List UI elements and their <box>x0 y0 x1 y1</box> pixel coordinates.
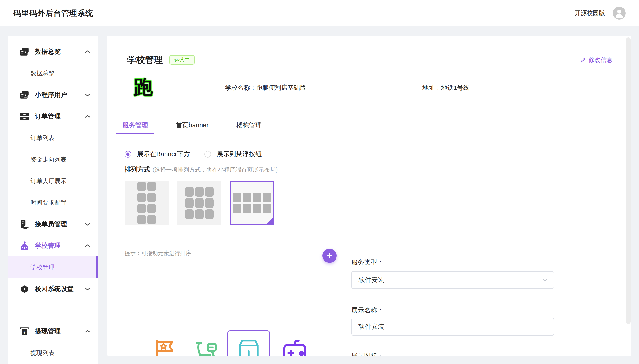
main-card-scrollbar[interactable] <box>626 37 630 324</box>
chevron-up-icon <box>85 330 91 333</box>
sidebar-item-label: 小程序用户 <box>35 90 67 99</box>
chevron-down-icon <box>85 287 91 291</box>
top-bar: 码里码外后台管理系统 开源校园版 <box>0 0 639 26</box>
pencil-icon <box>580 57 586 63</box>
tab-bar: 服务管理 首页banner 楼栋管理 <box>116 117 627 134</box>
atm-icon: ¥ <box>19 326 30 336</box>
user-avatar-icon <box>613 7 626 20</box>
chevron-up-icon <box>85 244 91 248</box>
gear-icon <box>19 284 30 294</box>
chevron-down-icon <box>85 93 91 97</box>
sidebar-item-label: 提现列表 <box>31 349 55 357</box>
school-address-field: 地址：地铁1号线 <box>422 84 470 92</box>
add-service-button[interactable]: + <box>322 249 337 263</box>
sidebar-item-label: 校园系统设置 <box>35 284 74 293</box>
sidebar-item-label: 订单管理 <box>35 112 61 121</box>
sidebar-item-funds-flow-list[interactable]: 资金走向列表 <box>8 149 98 170</box>
service-editor-section: 提示：可拖动元素进行排序 + <box>116 243 630 356</box>
layout-options <box>125 181 274 225</box>
radio-unselected-icon <box>204 151 211 158</box>
sidebar-item-label: 订单列表 <box>31 134 55 142</box>
sidebar-item-label: 数据总览 <box>31 69 55 77</box>
drag-sort-hint: 提示：可拖动元素进行排序 <box>125 250 191 257</box>
svg-text:¥: ¥ <box>23 330 26 334</box>
sidebar-item-data-overview-child[interactable]: 数据总览 <box>8 62 98 84</box>
status-badge: 运营中 <box>169 55 195 65</box>
sidebar-item-label: 学校管理 <box>35 241 61 250</box>
radio-floating-button[interactable]: 展示到悬浮按钮 <box>204 150 262 159</box>
sidebar-item-label: 数据总览 <box>35 47 61 56</box>
sidebar-item-label: 学校管理 <box>31 263 55 271</box>
chevron-up-icon <box>85 115 91 118</box>
sidebar-item-school-management-child[interactable]: 学校管理 <box>8 256 98 278</box>
sidebar-item-label: 订单大厅展示 <box>31 177 67 185</box>
courier-icon <box>19 219 30 229</box>
layout-thumbnail <box>185 187 214 219</box>
sidebar-item-order-management[interactable]: 订单管理 <box>8 106 98 127</box>
sidebar-item-time-requirement-config[interactable]: 时间要求配置 <box>8 192 98 213</box>
display-position-radios: 展示在Banner下方 展示到悬浮按钮 <box>125 150 262 159</box>
sidebar-item-school-management[interactable]: 学校管理 <box>8 235 98 256</box>
sidebar-item-order-hall-display[interactable]: 订单大厅展示 <box>8 170 98 192</box>
radio-selected-icon <box>125 151 131 158</box>
sidebar-item-label: 时间要求配置 <box>31 199 67 207</box>
edition-label: 开源校园版 <box>575 9 605 17</box>
edit-info-link[interactable]: 修改信息 <box>580 56 612 64</box>
chevron-up-icon <box>85 50 91 54</box>
chevron-down-icon <box>542 278 548 282</box>
sidebar-item-courier-management[interactable]: 接单员管理 <box>8 213 98 235</box>
orders-icon <box>19 111 30 122</box>
sidebar-item-miniprogram-users[interactable]: 小程序用户 <box>8 84 98 106</box>
tab-service-management[interactable]: 服务管理 <box>116 117 154 134</box>
layout-thumbnail <box>233 193 271 213</box>
arrange-mode-heading: 排列方式(选择一项排列方式，将在小程序端首页展示布局) <box>125 165 278 174</box>
id-card-icon <box>19 90 30 100</box>
sidebar-item-withdraw-management[interactable]: ¥ 提现管理 <box>8 320 98 342</box>
service-form-panel: 服务类型： 软件安装 展示名称： 展示图标： <box>338 243 630 356</box>
layout-thumbnail <box>137 182 156 224</box>
scooter-icon[interactable] <box>193 338 220 356</box>
sidebar-divider <box>8 312 98 312</box>
sidebar-item-label: 资金走向列表 <box>31 156 67 164</box>
gamepad-icon[interactable] <box>281 338 309 356</box>
box-download-icon <box>235 338 262 356</box>
app-title: 码里码外后台管理系统 <box>13 8 93 18</box>
sidebar-item-campus-system-settings[interactable]: 校园系统设置 <box>8 278 98 300</box>
school-logo: 跑 <box>132 76 154 98</box>
arrange-mode-hint: (选择一项排列方式，将在小程序端首页展示布局) <box>153 166 278 173</box>
chevron-down-icon <box>85 222 91 226</box>
tab-home-banner[interactable]: 首页banner <box>169 117 215 134</box>
sidebar-item-label: 接单员管理 <box>35 220 67 229</box>
service-icon-selected-frame[interactable] <box>227 330 270 356</box>
display-icon-label: 展示图标： <box>351 352 384 356</box>
id-card-icon <box>19 47 30 57</box>
sidebar-item-withdraw-list[interactable]: 提现列表 <box>8 342 98 364</box>
school-icon <box>19 241 30 251</box>
sidebar-item-data-overview[interactable]: 数据总览 <box>8 41 98 62</box>
radio-under-banner[interactable]: 展示在Banner下方 <box>125 150 190 159</box>
service-type-label: 服务类型： <box>351 258 384 267</box>
layout-option-2col[interactable] <box>125 181 169 225</box>
service-type-select[interactable]: 软件安装 <box>351 271 554 289</box>
main-content-card: 学校管理 运营中 修改信息 跑 学校名称：跑腿便利店基础版 地址：地铁1号线 服… <box>107 36 631 356</box>
service-icon-list <box>116 330 338 356</box>
layout-option-3col[interactable] <box>177 181 221 225</box>
school-name-field: 学校名称：跑腿便利店基础版 <box>225 84 306 92</box>
sidebar-item-label: 提现管理 <box>35 327 61 336</box>
display-name-label: 展示名称： <box>351 306 384 315</box>
tab-building-management[interactable]: 楼栋管理 <box>230 117 268 134</box>
display-name-input[interactable] <box>351 318 554 336</box>
sidebar: 数据总览 数据总览 小程序用户 订单管理 订单列表 资金走向列表 订单大厅展 <box>8 36 98 364</box>
layout-option-4col[interactable] <box>230 181 274 225</box>
flag-icon[interactable] <box>152 338 177 356</box>
sidebar-item-order-list[interactable]: 订单列表 <box>8 127 98 149</box>
page-title: 学校管理 <box>127 54 163 66</box>
user-avatar[interactable] <box>613 7 626 20</box>
